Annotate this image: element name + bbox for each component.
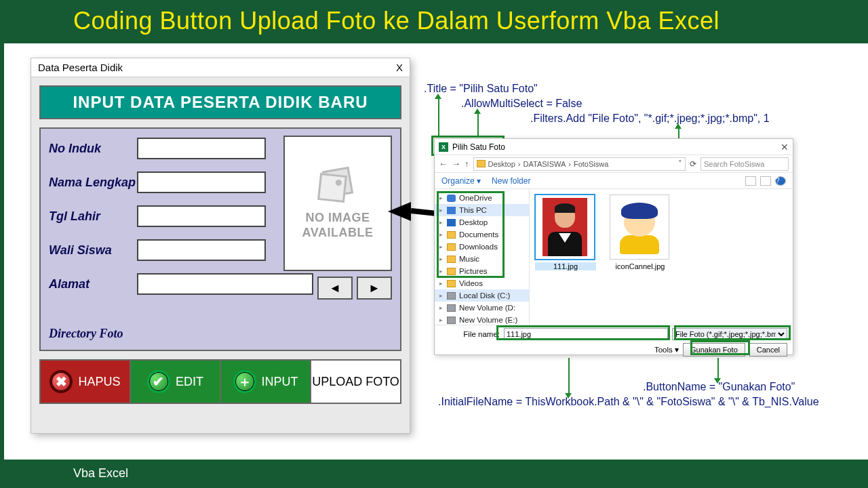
header-bar: Coding Button Upload Foto ke Dalam Userf… [0, 0, 868, 43]
edit-button[interactable]: ✔ EDIT [131, 361, 221, 403]
annotation-arrow [477, 111, 479, 136]
file-thumb-iconcannel[interactable]: iconCannel.jpg [610, 195, 671, 270]
close-icon[interactable]: X [396, 62, 403, 73]
tree-item[interactable]: ▸New Volume (E:) [435, 314, 529, 325]
filename-label: File name: [440, 330, 500, 338]
dialog-toolbar: Organize ▾ New folder ? [435, 173, 793, 189]
page-title: Coding Button Upload Foto ke Dalam Userf… [0, 0, 868, 35]
arrow-up-icon [675, 123, 682, 129]
tree-item[interactable]: ▸Documents [435, 228, 529, 241]
file-dialog: X Pilih Satu Foto ✕ ← → ↑ Desktop › DATA… [434, 138, 793, 355]
label-no-induk: No Induk [49, 142, 137, 156]
file-thumb-111[interactable]: 111.jpg [535, 195, 596, 270]
nav-fwd-icon[interactable]: → [452, 159, 460, 169]
plus-icon: ＋ [233, 370, 256, 393]
tree-item[interactable]: ▸Videos [435, 277, 529, 289]
tree-item[interactable]: ▸Music [435, 253, 529, 265]
directory-value [137, 324, 395, 343]
portrait-icon [542, 198, 587, 256]
filetype-select[interactable]: File Foto (*.gif;*.jpeg;*.jpg;*.bmp) [672, 328, 787, 340]
input-nama[interactable] [137, 171, 266, 193]
userform-window: Data Peserta Didik X INPUT DATA PESERTA … [31, 58, 410, 434]
tools-menu[interactable]: Tools ▾ [654, 345, 679, 354]
annotation-arrow [438, 96, 439, 136]
input-wali[interactable] [137, 239, 266, 261]
label-directory: Directory Foto [49, 327, 137, 341]
input-no-induk[interactable] [137, 138, 266, 159]
label-wali: Wali Siswa [49, 243, 137, 258]
folder-icon [477, 160, 486, 167]
tree-item[interactable]: ▸Local Disk (C:) [435, 289, 529, 302]
arrow-down-icon [565, 393, 572, 399]
organize-menu[interactable]: Organize ▾ [441, 176, 481, 186]
nav-up-icon[interactable]: ↑ [465, 159, 469, 169]
new-folder-button[interactable]: New folder [492, 176, 530, 186]
folder-tree[interactable]: ▸OneDrive▸This PC▸Desktop▸Documents▸Down… [435, 189, 530, 325]
input-tgl-lahir[interactable] [137, 205, 266, 227]
check-icon: ✔ [147, 370, 170, 393]
tree-item[interactable]: ▸This PC [435, 204, 529, 216]
upload-foto-button[interactable]: UPLOAD FOTO [311, 361, 400, 403]
open-button[interactable]: Gunakan Foto [683, 343, 745, 357]
dialog-titlebar[interactable]: X Pilih Satu Foto ✕ [435, 139, 793, 155]
view-mode-icon[interactable] [760, 176, 771, 186]
no-image-icon [317, 166, 358, 204]
nav-back-icon[interactable]: ← [439, 159, 448, 169]
label-alamat: Alamat [49, 277, 137, 291]
arrow-up-icon [435, 94, 441, 99]
cancel-button[interactable]: Cancel [749, 343, 787, 357]
tree-item[interactable]: ▸Pictures [435, 265, 529, 277]
annotation-filter: .Filters.Add "File Foto", "*.gif;*.jpeg;… [530, 113, 770, 125]
input-button[interactable]: ＋ INPUT [221, 361, 311, 403]
annotation-initfn: .InitialFileName = ThisWorkbook.Path & "… [438, 396, 819, 408]
label-nama: Nama Lengkap [49, 176, 137, 190]
annotation-arrow [717, 358, 719, 380]
dialog-close-icon[interactable]: ✕ [781, 142, 789, 152]
filename-input[interactable] [504, 328, 668, 340]
cartoon-icon [616, 200, 663, 254]
hapus-button[interactable]: ✖ HAPUS [41, 361, 131, 403]
file-pane[interactable]: 111.jpg iconCannel.jpg [530, 189, 793, 325]
no-image-text: NO IMAGE AVAILABLE [285, 211, 391, 240]
excel-icon: X [439, 142, 448, 152]
footer-text: Vba Excel [73, 466, 128, 481]
userform-body: No Induk Nama Lengkap Tgl Lahir Wali Sis… [39, 127, 401, 351]
photo-placeholder: NO IMAGE AVAILABLE [283, 136, 392, 271]
userform-button-row: ✖ HAPUS ✔ EDIT ＋ INPUT UPLOAD FOTO [39, 359, 401, 404]
help-icon[interactable]: ? [775, 176, 786, 186]
tree-item[interactable]: ▸New Volume (D: [435, 302, 529, 314]
footer-bar: Vba Excel [0, 460, 868, 488]
search-input[interactable]: Search FotoSiswa [701, 157, 789, 171]
annotation-arrow [568, 358, 570, 394]
tree-item[interactable]: ▸OneDrive [435, 192, 529, 204]
delete-icon: ✖ [50, 370, 73, 393]
refresh-icon[interactable]: ⟳ [690, 159, 696, 169]
next-photo-button[interactable]: ► [357, 277, 392, 300]
userform-banner: INPUT DATA PESERTA DIDIK BARU [39, 85, 401, 119]
view-mode-icon[interactable] [745, 176, 756, 186]
dialog-nav: ← → ↑ Desktop › DATASISWA › FotoSiswa ˅ … [435, 155, 793, 173]
arrow-down-icon [714, 378, 721, 384]
dialog-footer: File name: File Foto (*.gif;*.jpeg;*.jpg… [435, 325, 793, 356]
big-arrow-icon [388, 202, 411, 221]
tree-item[interactable]: ▸Desktop [435, 216, 529, 228]
label-tgl-lahir: Tgl Lahir [49, 209, 137, 224]
breadcrumb[interactable]: Desktop › DATASISWA › FotoSiswa ˅ [473, 157, 686, 171]
dialog-title: Pilih Satu Foto [452, 142, 505, 152]
tree-item[interactable]: ▸Downloads [435, 241, 529, 253]
left-accent [0, 43, 4, 460]
userform-titlebar[interactable]: Data Peserta Didik X [31, 58, 410, 77]
arrow-up-icon [474, 108, 481, 114]
userform-title: Data Peserta Didik [38, 62, 123, 73]
photo-panel: NO IMAGE AVAILABLE ◄ ► [283, 136, 392, 300]
prev-photo-button[interactable]: ◄ [317, 277, 353, 300]
